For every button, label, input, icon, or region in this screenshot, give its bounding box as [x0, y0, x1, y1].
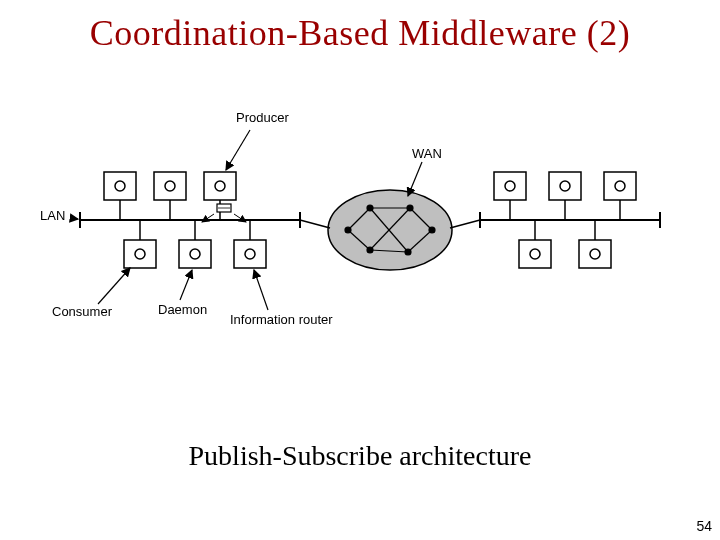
- consumer-arrow: [98, 268, 130, 304]
- daemon-arrow: [180, 270, 192, 300]
- info-router-label: Information router: [230, 312, 333, 327]
- wan-arrow: [408, 162, 422, 196]
- svg-point-58: [590, 249, 600, 259]
- producer-arrow: [226, 130, 250, 170]
- svg-point-21: [135, 249, 145, 259]
- svg-point-14: [215, 181, 225, 191]
- lan-label: LAN: [40, 208, 65, 223]
- bottom-node-3-info-router: [234, 220, 266, 268]
- page-number: 54: [696, 518, 712, 534]
- svg-line-42: [300, 220, 330, 228]
- architecture-diagram: Producer WAN LAN Consumer Daemon Informa…: [40, 100, 680, 384]
- svg-point-52: [615, 181, 625, 191]
- wan-label: WAN: [412, 146, 442, 161]
- bottom-node-2-daemon: [179, 220, 211, 268]
- diagram-svg: [40, 100, 680, 380]
- consumer-label: Consumer: [52, 304, 112, 319]
- producer-label: Producer: [236, 110, 289, 125]
- svg-point-8: [115, 181, 125, 191]
- svg-point-11: [165, 181, 175, 191]
- daemon-label: Daemon: [158, 302, 207, 317]
- svg-point-55: [530, 249, 540, 259]
- info-router-arrow: [254, 270, 268, 310]
- top-node-3-producer: [202, 172, 246, 222]
- top-node-2: [154, 172, 186, 220]
- svg-line-43: [450, 220, 480, 228]
- lan-arrow: [70, 218, 78, 219]
- svg-point-49: [560, 181, 570, 191]
- slide-caption: Publish-Subscribe architecture: [0, 440, 720, 472]
- svg-point-24: [190, 249, 200, 259]
- bottom-node-1-consumer: [124, 220, 156, 268]
- top-node-1: [104, 172, 136, 220]
- svg-point-46: [505, 181, 515, 191]
- svg-point-27: [245, 249, 255, 259]
- slide-title: Coordination-Based Middleware (2): [0, 0, 720, 54]
